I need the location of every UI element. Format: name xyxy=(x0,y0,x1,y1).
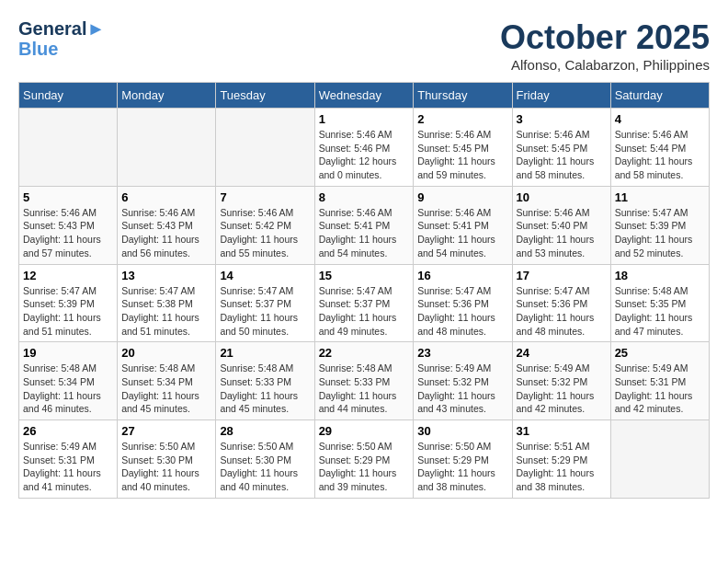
logo: General► Blue xyxy=(18,18,105,60)
weekday-header-wednesday: Wednesday xyxy=(314,83,414,109)
day-number: 12 xyxy=(23,269,113,282)
calendar-cell: 23Sunrise: 5:49 AM Sunset: 5:32 PM Dayli… xyxy=(414,342,512,420)
calendar-cell: 19Sunrise: 5:48 AM Sunset: 5:34 PM Dayli… xyxy=(19,342,118,420)
day-number: 2 xyxy=(417,112,507,126)
day-number: 5 xyxy=(23,190,113,204)
day-info: Sunrise: 5:46 AM Sunset: 5:45 PM Dayligh… xyxy=(417,128,507,182)
calendar-cell xyxy=(610,420,709,499)
logo-text: General► xyxy=(18,18,105,39)
day-number: 17 xyxy=(517,269,607,282)
day-info: Sunrise: 5:47 AM Sunset: 5:39 PM Dayligh… xyxy=(23,284,113,339)
weekday-header-friday: Friday xyxy=(512,83,610,109)
calendar-cell xyxy=(216,109,314,187)
calendar-cell: 10Sunrise: 5:46 AM Sunset: 5:40 PM Dayli… xyxy=(512,186,610,264)
day-info: Sunrise: 5:46 AM Sunset: 5:45 PM Dayligh… xyxy=(517,128,607,182)
day-number: 1 xyxy=(319,112,410,126)
calendar-week-4: 19Sunrise: 5:48 AM Sunset: 5:34 PM Dayli… xyxy=(19,342,710,420)
day-number: 27 xyxy=(121,424,211,438)
day-info: Sunrise: 5:46 AM Sunset: 5:46 PM Dayligh… xyxy=(319,128,410,182)
calendar-cell xyxy=(118,109,216,187)
day-info: Sunrise: 5:50 AM Sunset: 5:30 PM Dayligh… xyxy=(121,440,211,494)
calendar-cell: 6Sunrise: 5:46 AM Sunset: 5:43 PM Daylig… xyxy=(118,186,216,264)
calendar-cell: 2Sunrise: 5:46 AM Sunset: 5:45 PM Daylig… xyxy=(414,109,512,187)
day-info: Sunrise: 5:50 AM Sunset: 5:29 PM Dayligh… xyxy=(417,440,507,494)
day-info: Sunrise: 5:48 AM Sunset: 5:33 PM Dayligh… xyxy=(319,362,410,416)
weekday-header-monday: Monday xyxy=(118,83,216,109)
calendar-cell xyxy=(19,109,118,187)
day-info: Sunrise: 5:47 AM Sunset: 5:37 PM Dayligh… xyxy=(319,284,410,339)
calendar-cell: 16Sunrise: 5:47 AM Sunset: 5:36 PM Dayli… xyxy=(414,264,512,342)
day-info: Sunrise: 5:49 AM Sunset: 5:31 PM Dayligh… xyxy=(615,362,705,416)
day-number: 25 xyxy=(615,346,705,360)
day-info: Sunrise: 5:48 AM Sunset: 5:33 PM Dayligh… xyxy=(220,362,310,416)
day-info: Sunrise: 5:46 AM Sunset: 5:44 PM Dayligh… xyxy=(615,128,705,182)
day-number: 26 xyxy=(23,424,113,438)
day-info: Sunrise: 5:47 AM Sunset: 5:37 PM Dayligh… xyxy=(220,284,310,339)
calendar-cell: 7Sunrise: 5:46 AM Sunset: 5:42 PM Daylig… xyxy=(216,186,314,264)
day-info: Sunrise: 5:46 AM Sunset: 5:43 PM Dayligh… xyxy=(23,206,113,260)
day-number: 29 xyxy=(319,424,410,438)
calendar-cell: 21Sunrise: 5:48 AM Sunset: 5:33 PM Dayli… xyxy=(216,342,314,420)
calendar-cell: 18Sunrise: 5:48 AM Sunset: 5:35 PM Dayli… xyxy=(610,264,709,342)
calendar-cell: 17Sunrise: 5:47 AM Sunset: 5:36 PM Dayli… xyxy=(512,264,610,342)
calendar-cell: 27Sunrise: 5:50 AM Sunset: 5:30 PM Dayli… xyxy=(118,420,216,499)
calendar-header-row: SundayMondayTuesdayWednesdayThursdayFrid… xyxy=(19,83,710,109)
day-info: Sunrise: 5:48 AM Sunset: 5:34 PM Dayligh… xyxy=(121,362,211,416)
calendar-week-3: 12Sunrise: 5:47 AM Sunset: 5:39 PM Dayli… xyxy=(19,264,710,342)
calendar-cell: 30Sunrise: 5:50 AM Sunset: 5:29 PM Dayli… xyxy=(414,420,512,499)
day-info: Sunrise: 5:48 AM Sunset: 5:35 PM Dayligh… xyxy=(615,284,705,339)
day-number: 13 xyxy=(121,269,211,282)
calendar-table: SundayMondayTuesdayWednesdayThursdayFrid… xyxy=(18,82,710,499)
calendar-cell: 12Sunrise: 5:47 AM Sunset: 5:39 PM Dayli… xyxy=(19,264,118,342)
calendar-cell: 31Sunrise: 5:51 AM Sunset: 5:29 PM Dayli… xyxy=(512,420,610,499)
month-title: October 2025 xyxy=(500,18,710,57)
calendar-cell: 22Sunrise: 5:48 AM Sunset: 5:33 PM Dayli… xyxy=(314,342,414,420)
day-number: 21 xyxy=(220,346,310,360)
logo-blue: Blue xyxy=(18,39,105,60)
day-number: 15 xyxy=(319,269,410,282)
day-number: 22 xyxy=(319,346,410,360)
calendar-cell: 8Sunrise: 5:46 AM Sunset: 5:41 PM Daylig… xyxy=(314,186,414,264)
day-info: Sunrise: 5:47 AM Sunset: 5:36 PM Dayligh… xyxy=(517,284,607,339)
calendar-cell: 11Sunrise: 5:47 AM Sunset: 5:39 PM Dayli… xyxy=(610,186,709,264)
day-number: 4 xyxy=(615,112,705,126)
calendar-cell: 24Sunrise: 5:49 AM Sunset: 5:32 PM Dayli… xyxy=(512,342,610,420)
day-info: Sunrise: 5:46 AM Sunset: 5:43 PM Dayligh… xyxy=(121,206,211,260)
day-info: Sunrise: 5:47 AM Sunset: 5:39 PM Dayligh… xyxy=(615,206,705,260)
day-info: Sunrise: 5:46 AM Sunset: 5:40 PM Dayligh… xyxy=(517,206,607,260)
calendar-cell: 9Sunrise: 5:46 AM Sunset: 5:41 PM Daylig… xyxy=(414,186,512,264)
day-info: Sunrise: 5:46 AM Sunset: 5:41 PM Dayligh… xyxy=(417,206,507,260)
weekday-header-tuesday: Tuesday xyxy=(216,83,314,109)
day-info: Sunrise: 5:49 AM Sunset: 5:31 PM Dayligh… xyxy=(23,440,113,494)
calendar-cell: 1Sunrise: 5:46 AM Sunset: 5:46 PM Daylig… xyxy=(314,109,414,187)
calendar-cell: 29Sunrise: 5:50 AM Sunset: 5:29 PM Dayli… xyxy=(314,420,414,499)
calendar-cell: 14Sunrise: 5:47 AM Sunset: 5:37 PM Dayli… xyxy=(216,264,314,342)
day-number: 8 xyxy=(319,190,410,204)
calendar-cell: 20Sunrise: 5:48 AM Sunset: 5:34 PM Dayli… xyxy=(118,342,216,420)
day-info: Sunrise: 5:49 AM Sunset: 5:32 PM Dayligh… xyxy=(517,362,607,416)
calendar-week-1: 1Sunrise: 5:46 AM Sunset: 5:46 PM Daylig… xyxy=(19,109,710,187)
day-info: Sunrise: 5:46 AM Sunset: 5:41 PM Dayligh… xyxy=(319,206,410,260)
day-number: 19 xyxy=(23,346,113,360)
calendar-cell: 25Sunrise: 5:49 AM Sunset: 5:31 PM Dayli… xyxy=(610,342,709,420)
calendar-cell: 5Sunrise: 5:46 AM Sunset: 5:43 PM Daylig… xyxy=(19,186,118,264)
day-number: 3 xyxy=(517,112,607,126)
day-number: 20 xyxy=(121,346,211,360)
calendar-week-2: 5Sunrise: 5:46 AM Sunset: 5:43 PM Daylig… xyxy=(19,186,710,264)
calendar-cell: 15Sunrise: 5:47 AM Sunset: 5:37 PM Dayli… xyxy=(314,264,414,342)
day-number: 28 xyxy=(220,424,310,438)
day-number: 30 xyxy=(417,424,507,438)
calendar-week-5: 26Sunrise: 5:49 AM Sunset: 5:31 PM Dayli… xyxy=(19,420,710,499)
weekday-header-saturday: Saturday xyxy=(610,83,709,109)
page-header: General► Blue October 2025 Alfonso, Cala… xyxy=(18,18,710,73)
day-info: Sunrise: 5:49 AM Sunset: 5:32 PM Dayligh… xyxy=(417,362,507,416)
day-info: Sunrise: 5:47 AM Sunset: 5:38 PM Dayligh… xyxy=(121,284,211,339)
day-info: Sunrise: 5:51 AM Sunset: 5:29 PM Dayligh… xyxy=(517,440,607,494)
title-block: October 2025 Alfonso, Calabarzon, Philip… xyxy=(500,18,710,73)
day-info: Sunrise: 5:47 AM Sunset: 5:36 PM Dayligh… xyxy=(417,284,507,339)
day-number: 10 xyxy=(517,190,607,204)
weekday-header-sunday: Sunday xyxy=(19,83,118,109)
day-number: 24 xyxy=(517,346,607,360)
calendar-cell: 26Sunrise: 5:49 AM Sunset: 5:31 PM Dayli… xyxy=(19,420,118,499)
calendar-cell: 13Sunrise: 5:47 AM Sunset: 5:38 PM Dayli… xyxy=(118,264,216,342)
